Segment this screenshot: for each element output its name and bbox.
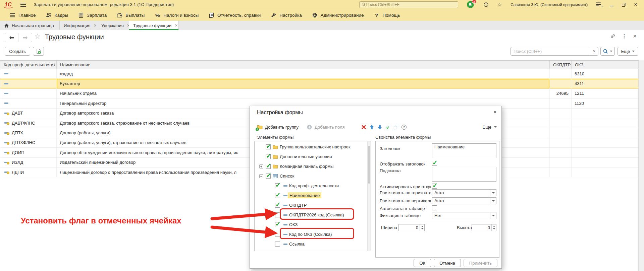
- tree-item[interactable]: Дополнительные условия: [255, 152, 367, 161]
- stretch-v-select[interactable]: Авто: [432, 197, 496, 204]
- current-user[interactable]: Савинская З.Ю. (Системный программист): [511, 3, 588, 7]
- close-window-button[interactable]: ×: [633, 2, 638, 7]
- tab-close-icon[interactable]: ×: [175, 23, 177, 28]
- notifications-icon[interactable]: 3: [467, 1, 474, 8]
- column-header-okz[interactable]: ОКЗ: [572, 61, 639, 69]
- menu-item[interactable]: Кадры: [41, 9, 73, 21]
- visibility-checkbox[interactable]: [266, 164, 271, 169]
- create-button[interactable]: Создать: [5, 47, 30, 56]
- visibility-checkbox[interactable]: [275, 193, 280, 198]
- close-form-icon[interactable]: ×: [633, 33, 637, 39]
- move-down-icon[interactable]: [376, 124, 384, 130]
- favorites-star-icon[interactable]: ☆: [497, 2, 502, 8]
- field-icon: [283, 222, 288, 227]
- service-menu-icon[interactable]: [596, 2, 601, 7]
- table-row[interactable]: Бухгалтер 4311: [0, 79, 638, 88]
- tree-item[interactable]: Группа пользовательских настроек: [255, 142, 367, 152]
- fixation-select[interactable]: Нет: [432, 212, 496, 219]
- apply-button[interactable]: Применить: [464, 259, 497, 267]
- stretch-h-select[interactable]: Авто: [432, 189, 496, 196]
- menu-item[interactable]: Зарплата: [73, 9, 112, 21]
- table-scrollbar-track[interactable]: [638, 60, 644, 271]
- visibility-checkbox[interactable]: [266, 154, 271, 159]
- window-tab[interactable]: Начальная страница ×: [0, 21, 60, 30]
- tree-expander-icon[interactable]: +: [259, 164, 263, 168]
- ok-button[interactable]: ОК: [414, 259, 431, 267]
- annotation-box-okpdtr2026: [280, 208, 354, 220]
- table-row[interactable]: Начальник отдела 24695 1211: [0, 89, 638, 98]
- table-header: Код проф. деятельности ↓ Наименование ОК…: [0, 60, 638, 69]
- global-search-input[interactable]: [366, 2, 456, 7]
- menu-item[interactable]: % Налоги и взносы: [150, 9, 204, 21]
- visibility-checkbox[interactable]: [275, 232, 280, 237]
- height-stepper[interactable]: 0: [472, 224, 496, 231]
- search-options-button[interactable]: [600, 47, 615, 56]
- height-label: Высота: [457, 225, 472, 230]
- column-header-name[interactable]: Наименование: [57, 61, 550, 69]
- column-header-code[interactable]: Код проф. деятельности ↓: [0, 61, 57, 69]
- forward-button[interactable]: [18, 33, 32, 42]
- stretch-h-label: Растягивать по горизонта: [380, 190, 431, 195]
- main-menu-icon[interactable]: [20, 2, 26, 7]
- visibility-checkbox[interactable]: [275, 183, 280, 188]
- window-tab[interactable]: Информация ×: [60, 21, 97, 30]
- window-tab[interactable]: Трудовые функции ×: [129, 21, 179, 30]
- window-tab[interactable]: Удержания ×: [97, 21, 129, 30]
- dialog-close-icon[interactable]: ×: [493, 109, 497, 116]
- global-search-box[interactable]: [359, 1, 458, 8]
- back-button[interactable]: [5, 33, 18, 42]
- folder-plus-icon: +: [257, 124, 263, 130]
- show-title-checkbox[interactable]: [432, 161, 437, 166]
- create-group-button[interactable]: [33, 47, 44, 56]
- row-name: Начальник отдела: [57, 89, 550, 98]
- help-icon[interactable]: ?: [400, 124, 408, 130]
- get-link-icon[interactable]: [610, 33, 615, 39]
- add-group-button[interactable]: + Добавить группу: [257, 124, 299, 130]
- row-okpdtr: [550, 118, 572, 128]
- activate-on-open-checkbox[interactable]: [432, 184, 437, 189]
- tab-close-icon[interactable]: ×: [94, 23, 97, 28]
- width-stepper[interactable]: 0: [398, 224, 425, 231]
- tree-scrollbar[interactable]: [367, 141, 371, 251]
- title-prop-input[interactable]: Наименование: [432, 143, 496, 158]
- tooltip-input[interactable]: [432, 167, 496, 182]
- visibility-checkbox[interactable]: [275, 222, 280, 227]
- column-header-okpdtr[interactable]: ОКПДТР: [550, 61, 572, 69]
- move-up-icon[interactable]: [368, 124, 376, 130]
- visibility-checkbox[interactable]: [266, 144, 271, 149]
- visibility-checkbox[interactable]: [275, 212, 280, 217]
- form-more-icon[interactable]: ⋮: [622, 33, 627, 39]
- uncheck-all-icon[interactable]: [392, 124, 400, 130]
- menu-item[interactable]: Настройка: [266, 9, 307, 21]
- visibility-checkbox[interactable]: [266, 174, 271, 179]
- menu-item[interactable]: Выплаты: [112, 9, 150, 21]
- tree-item[interactable]: Код проф. деятельности: [255, 181, 367, 191]
- menu-item[interactable]: Администрирование: [307, 9, 369, 21]
- row-code: ДГПХФЛНС: [12, 140, 35, 145]
- visibility-checkbox[interactable]: [275, 203, 280, 208]
- clear-search-icon[interactable]: ×: [590, 47, 598, 55]
- menu-item[interactable]: Главное: [5, 9, 41, 21]
- list-more-button[interactable]: Еще: [618, 47, 638, 56]
- list-search-input[interactable]: [511, 47, 590, 55]
- table-row[interactable]: лждлд 6310: [0, 69, 638, 79]
- gear-icon: [312, 12, 318, 18]
- cancel-button[interactable]: Отмена: [434, 259, 461, 267]
- tree-item[interactable]: + Командная панель формы: [255, 161, 367, 171]
- tree-expander-icon[interactable]: −: [259, 174, 263, 178]
- history-icon[interactable]: [483, 2, 489, 7]
- tree-item[interactable]: Наименование: [255, 191, 367, 200]
- menu-item[interactable]: Отчетность, справки: [204, 9, 266, 21]
- menu-item[interactable]: ? Помощь: [369, 9, 405, 21]
- add-to-favorites-icon[interactable]: ☆: [34, 32, 41, 41]
- check-all-icon[interactable]: [384, 124, 392, 130]
- visibility-checkbox[interactable]: [275, 242, 280, 247]
- tree-item[interactable]: − Список: [255, 171, 367, 181]
- minimize-button[interactable]: [609, 2, 614, 7]
- tree-item[interactable]: Ссылка: [255, 239, 367, 249]
- dialog-more-button[interactable]: Еще: [483, 125, 497, 130]
- add-fields-button[interactable]: Добавить поля: [307, 124, 345, 130]
- delete-icon[interactable]: [360, 124, 368, 130]
- autoheight-checkbox[interactable]: [432, 205, 437, 210]
- restore-button[interactable]: [621, 2, 626, 7]
